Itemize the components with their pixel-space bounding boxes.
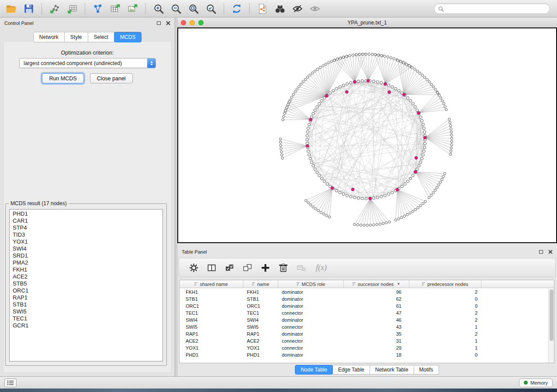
table-row[interactable]: SWI5SWI5connector431 [180,323,548,330]
cell-successors: 47 [344,310,409,316]
columns-icon[interactable] [207,263,217,273]
network-canvas[interactable] [177,28,557,243]
export-table-button[interactable] [108,2,122,16]
tab-style[interactable]: Style [64,32,88,42]
cell-name: YOX1 [243,345,278,351]
close-panel-icon[interactable] [166,21,170,25]
table-row[interactable]: YOX1YOX1connector291 [180,344,548,351]
column-header-predecessor-nodes[interactable]: predecessor nodes [409,280,481,288]
cell-name: FKH1 [243,289,278,295]
cell-name: PHD1 [243,352,278,358]
mcds-result-item[interactable]: PHD1 [10,210,163,217]
tab-network-table[interactable]: Network Table [370,365,414,375]
float-panel-icon[interactable] [539,250,543,254]
mcds-result-item[interactable]: SWI4 [10,245,163,252]
cell-role: connector [278,324,344,330]
mcds-result-item[interactable]: SWI5 [10,308,163,315]
column-header-shared-name[interactable]: shared name [180,280,243,288]
sort-icon [422,282,425,286]
show-graphics-button[interactable] [308,2,322,16]
column-header-mcds-role[interactable]: MCDS role [278,280,344,288]
zoom-selected-button[interactable] [204,2,218,16]
column-header-successor-nodes[interactable]: successor nodes▼ [344,280,409,288]
mcds-result-item[interactable]: ACE2 [10,273,163,280]
tab-node-table[interactable]: Node Table [295,365,333,375]
add-row-icon[interactable] [260,263,270,273]
cell-successors: 96 [344,289,409,295]
column-header-name[interactable]: name [243,280,278,288]
column-label: successor nodes [358,282,394,287]
refresh-button[interactable] [230,2,244,16]
search-box[interactable] [434,3,550,14]
cell-name: ACE2 [243,338,278,344]
network-graph[interactable] [178,28,556,242]
table-row[interactable]: FKH1FKH1dominator962 [180,289,548,296]
cell-shared-name: YOX1 [180,345,243,351]
mcds-result-item[interactable]: TID3 [10,231,163,238]
share-document-icon [257,3,268,14]
mcds-result-item[interactable]: RAP1 [10,294,163,301]
mcds-result-item[interactable]: TEC1 [10,315,163,322]
table-row[interactable]: TEC1TEC1connector472 [180,309,548,316]
scrollbar-thumb[interactable] [550,289,554,341]
mcds-result-list[interactable]: PHD1CAR1STP4TID3YOX1SWI4SRD1PMA2FKH1ACE2… [9,209,163,361]
share-network-button[interactable] [91,2,105,16]
zoom-in-button[interactable] [152,2,166,16]
zoom-out-button[interactable] [169,2,183,16]
memory-button[interactable]: Memory [519,378,553,387]
export-image-button[interactable] [126,2,140,16]
tab-edge-table[interactable]: Edge Table [332,365,370,375]
cell-name: TEC1 [243,310,278,316]
table-row[interactable]: SWI4SWI4dominator462 [180,316,548,323]
settings-gear-icon[interactable] [189,263,199,273]
table-row[interactable]: ORC1ORC1dominator610 [180,303,548,309]
open-button[interactable] [4,2,18,16]
mcds-result-item[interactable]: STB1 [10,301,163,308]
cell-shared-name: STB1 [180,296,243,302]
share-document-button[interactable] [256,2,270,16]
import-network-button[interactable] [48,2,62,16]
delete-row-icon[interactable] [278,263,288,273]
mcds-result-item[interactable]: CAR1 [10,217,163,224]
run-mcds-button[interactable]: Run MCDS [42,73,83,83]
table-scrollbar[interactable] [548,289,554,363]
table-row[interactable]: PHD1PHD1dominator180 [180,351,548,358]
list-menu-icon [7,380,14,385]
import-table-button[interactable] [65,2,79,16]
close-panel-button[interactable]: Close panel [90,73,133,83]
cell-predecessors: 1 [409,324,481,330]
tab-mcds[interactable]: MCDS [114,32,142,42]
zoom-out-icon [170,3,182,14]
zoom-fit-button[interactable] [187,2,201,16]
select-all-icon[interactable] [225,263,235,273]
criterion-dropdown[interactable]: largest connected component (undirected) [19,58,156,68]
search-input[interactable] [446,6,546,12]
dropdown-stepper-icon [147,58,156,68]
table-row[interactable]: RAP1RAP1dominator352 [180,330,548,337]
tab-network[interactable]: Network [33,32,65,42]
mcds-result-item[interactable]: PMA2 [10,259,163,266]
hide-graphics-button[interactable] [291,2,304,16]
mcds-result-item[interactable]: STP4 [10,224,163,231]
tab-motifs[interactable]: Motifs [414,365,439,375]
mcds-result-item[interactable]: STB5 [10,280,163,287]
column-label: shared name [200,282,228,287]
status-menu-button[interactable] [4,378,17,387]
mcds-result-item[interactable]: FKH1 [10,266,163,273]
deselect-all-icon[interactable] [242,263,253,273]
table-row[interactable]: STB1STB1dominator620 [180,296,548,303]
table-row[interactable]: ACE2ACE2connector311 [180,337,548,344]
float-panel-icon[interactable] [157,21,161,25]
search-network-button[interactable] [273,2,287,16]
save-button[interactable] [22,2,36,16]
open-folder-icon [6,3,17,14]
tab-select[interactable]: Select [88,32,114,42]
mcds-result-item[interactable]: GCR1 [10,322,163,329]
refresh-icon [231,3,242,14]
mcds-result-item[interactable]: SRD1 [10,252,163,259]
toolbar-separator [42,3,42,14]
mcds-result-item[interactable]: YOX1 [10,238,163,245]
mcds-result-item[interactable]: ORC1 [10,287,163,294]
close-panel-icon[interactable] [548,250,553,254]
zoom-in-icon [153,3,164,14]
